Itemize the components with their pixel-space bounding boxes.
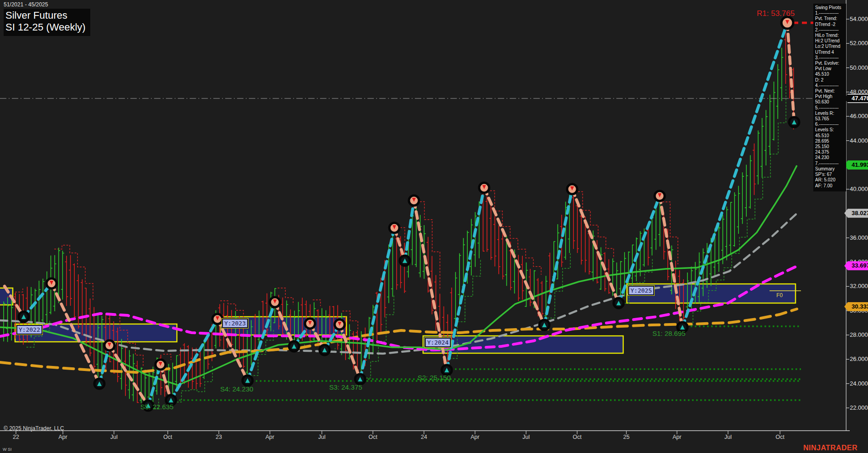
swing-pivots-panel-line: 24.375 — [815, 149, 845, 155]
time-tick-label: Oct — [573, 434, 581, 440]
support-level-label: S2: 25.150 — [418, 374, 451, 381]
stop-steps-down — [163, 354, 171, 360]
swing-leg-down — [109, 345, 148, 406]
time-tick-label: Jul — [110, 434, 118, 440]
stop-steps-down — [575, 192, 614, 258]
price-tick-label: 26.000 — [850, 355, 868, 362]
swing-leg-up — [24, 283, 52, 317]
time-tick-label: Oct — [163, 434, 172, 440]
time-tick-label: 22 — [13, 434, 19, 440]
price-marker-tag: 33.697 — [844, 261, 868, 270]
support-level-label: S5: 22.635 — [140, 403, 174, 411]
price-marker-tag: 30.333 — [844, 302, 868, 311]
instrument-name: Silver Futures — [5, 10, 86, 21]
stop-steps-up — [363, 295, 394, 378]
swing-pivots-panel-line: HiLo Trend: — [815, 33, 845, 38]
swing-pivots-panel-line: 25.150 — [815, 144, 845, 149]
instrument-title: Silver Futures SI 12-25 (Weekly) — [4, 9, 90, 36]
time-tick-label: 24 — [421, 434, 427, 440]
price-tick-label: 36.000 — [850, 234, 868, 241]
price-tick-label: 40.000 — [850, 185, 868, 192]
swing-pivots-panel-line: 7.------------- — [815, 161, 845, 166]
year-box-label: Y:2022 — [16, 325, 42, 335]
ninjatrader-logo: NINJATRADER — [803, 444, 858, 452]
price-marker-tag: 41.993 — [844, 160, 868, 170]
year-box-label: Y:2025 — [628, 286, 654, 295]
swing-leg-up — [682, 23, 787, 327]
swing-pivots-panel-line: Levels S: — [815, 127, 845, 133]
swing-pivots-panel-line: 5.------------- — [815, 105, 845, 111]
swing-pivots-panel-line: AF: 7.00 — [815, 183, 845, 189]
swing-pivots-panel-line: Summary — [815, 166, 845, 172]
swing-leg-up — [248, 302, 275, 381]
swing-pivots-panel-line: Levels R: — [815, 111, 845, 116]
swing-pivots-panel-line: 28.695 — [815, 139, 845, 144]
swing-leg-down — [572, 189, 619, 303]
price-tick-label: 32.000 — [850, 283, 868, 289]
time-tick-label: Apr — [672, 434, 681, 440]
swing-pivots-panel-line: 1.------------- — [815, 10, 845, 16]
year-box-label: Y:2023 — [222, 319, 248, 328]
swing-leg-up — [171, 319, 217, 400]
r1-resistance-label: R1: 53.765 — [757, 9, 795, 18]
swing-pivots-panel-line: Pvt Low — [815, 66, 845, 72]
price-tick-label: 54.000 — [850, 15, 868, 22]
f0-label: F0 — [776, 292, 783, 299]
price-tick-label: 22.000 — [850, 404, 868, 411]
swing-pivots-panel-line: Lo:2 UTrend — [815, 44, 845, 49]
price-tick-label: 24.000 — [850, 380, 868, 387]
support-level-label: S4: 24.230 — [220, 385, 253, 393]
price-tick-label: 28.000 — [850, 331, 868, 338]
swing-pivots-panel-line: Hi:2 UTrend — [815, 38, 845, 44]
swing-pivots-panel-line: 53.765 — [815, 116, 845, 122]
swing-pivots-panel-line: Swing Pivots — [815, 5, 845, 10]
swing-leg-down — [787, 23, 794, 122]
swing-pivots-panel-line: 6.------------- — [815, 122, 845, 127]
time-tick-label: Apr — [265, 434, 274, 440]
price-marker-tag: 47.470 — [844, 94, 868, 103]
swing-pivots-panel-line: D: 2 — [815, 77, 845, 83]
swing-pivots-panel-line: AR: 5.020 — [815, 177, 845, 183]
price-chart-canvas[interactable] — [0, 0, 868, 453]
swing-pivots-panel-line: 3.------------- — [815, 55, 845, 61]
copyright-text: © 2025 NinjaTrader, LLC — [4, 425, 64, 432]
support-level-label: S3: 24.375 — [329, 383, 362, 391]
swing-pivots-panel-line: 4.------------- — [815, 83, 845, 88]
date-range-label: 51/2021 - 45/2025 — [4, 1, 48, 8]
stop-steps-down — [54, 245, 93, 300]
contract-period: SI 12-25 (Weekly) — [5, 21, 86, 33]
swing-pivots-panel-line: Pvt. Next: — [815, 88, 845, 94]
time-tick-label: Jul — [318, 434, 326, 440]
price-tick-label: 50.000 — [850, 64, 868, 71]
time-tick-label: Oct — [775, 434, 784, 440]
swing-pivots-panel-line: 2.------------- — [815, 27, 845, 33]
swing-leg-down — [660, 196, 682, 327]
time-tick-label: Jul — [522, 434, 530, 440]
time-tick-label: Apr — [58, 434, 67, 440]
ninjatrader-chart-window: 51/2021 - 45/2025 Silver Futures SI 12-2… — [0, 0, 868, 453]
instrument-tag: W SI — [3, 447, 12, 452]
swing-pivots-panel-line: UTrend 4 — [815, 50, 845, 55]
swing-pivots-panel-line: DTrend -2 — [815, 22, 845, 27]
swing-pivots-panel-line: 50.630 — [815, 99, 845, 105]
swing-pivots-panel-line: Pvt. Evolve: — [815, 61, 845, 66]
price-marker-tag: 38.027 — [844, 209, 868, 218]
year-box-label: Y:2024 — [425, 338, 451, 347]
time-tick-label: Oct — [368, 434, 377, 440]
time-tick-label: 25 — [623, 434, 630, 440]
time-tick-label: Jul — [724, 434, 732, 440]
price-tick-label: 46.000 — [850, 113, 868, 119]
time-tick-label: Apr — [470, 434, 479, 440]
time-tick-label: 23 — [216, 434, 222, 440]
price-tick-label: 52.000 — [850, 40, 868, 46]
swing-pivots-panel-line: 45.510 — [815, 133, 845, 139]
swing-pivots-panel-line: 45.510 — [815, 72, 845, 77]
support-level-label: S1: 28.695 — [652, 329, 686, 337]
swing-pivots-panel-line: Pvt High — [815, 94, 845, 99]
swing-pivots-panel-line: Pvt. Trend: — [815, 16, 845, 21]
swing-pivots-panel-line: 24.230 — [815, 155, 845, 160]
swing-pivots-panel-line: SP's: 67 — [815, 172, 845, 177]
green-ma-line — [0, 165, 797, 385]
swing-leg-up — [544, 189, 572, 325]
swing-pivots-panel: Swing Pivots1.-------------Pvt. Trend:DT… — [813, 4, 846, 191]
